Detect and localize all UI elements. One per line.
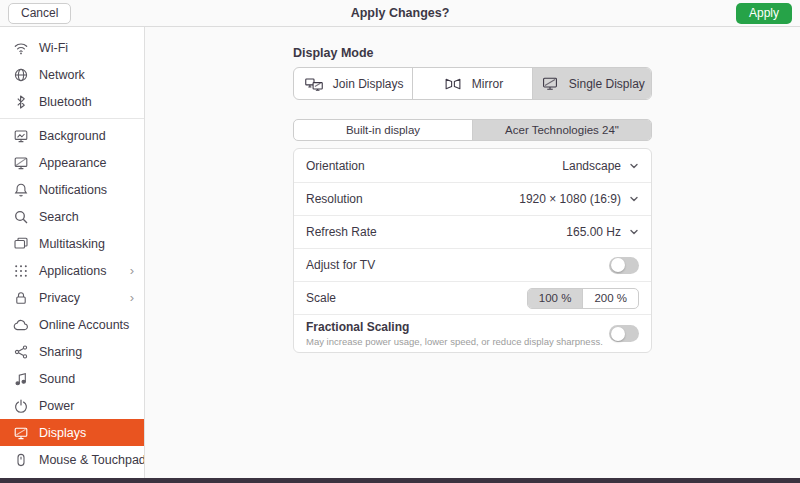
sidebar-item-label: Mouse & Touchpad: [39, 453, 145, 467]
sidebar-item-sound[interactable]: Sound: [0, 365, 144, 392]
sidebar-item-label: Multitasking: [39, 237, 134, 251]
sidebar-item-notifications[interactable]: Notifications: [0, 176, 144, 203]
tab-built-in-display[interactable]: Built-in display: [294, 120, 473, 140]
mode-option-label: Mirror: [472, 77, 503, 91]
mirror-button[interactable]: Mirror: [413, 68, 532, 99]
cancel-button[interactable]: Cancel: [8, 3, 71, 24]
orientation-value: Landscape: [562, 159, 621, 173]
sidebar-item-label: Network: [39, 68, 134, 82]
fractional-scaling-row: Fractional Scaling May increase power us…: [294, 314, 651, 352]
wifi-icon: [13, 40, 29, 56]
background-icon: [13, 128, 29, 144]
tab-acer-monitor[interactable]: Acer Technologies 24": [473, 120, 651, 140]
join-displays-button[interactable]: Join Displays: [294, 68, 413, 99]
settings-sidebar: Wi-Fi Network Bluetooth Background Appea…: [0, 27, 145, 478]
join-displays-icon: [303, 76, 325, 92]
single-display-button[interactable]: Single Display: [533, 68, 651, 99]
sidebar-item-label: Background: [39, 129, 134, 143]
sidebar-item-appearance[interactable]: Appearance: [0, 149, 144, 176]
chevron-down-icon: [629, 227, 639, 237]
refresh-rate-label: Refresh Rate: [306, 225, 377, 239]
sidebar-item-online-accounts[interactable]: Online Accounts: [0, 311, 144, 338]
adjust-for-tv-toggle[interactable]: [609, 257, 639, 274]
sidebar-item-label: Applications: [39, 264, 120, 278]
display-selector: Built-in display Acer Technologies 24": [293, 119, 652, 141]
sidebar-item-label: Sound: [39, 372, 134, 386]
resolution-label: Resolution: [306, 192, 363, 206]
scale-100-button[interactable]: 100 %: [528, 289, 584, 308]
apply-button[interactable]: Apply: [736, 3, 792, 24]
scale-row: Scale 100 % 200 %: [294, 281, 651, 314]
scale-200-button[interactable]: 200 %: [583, 289, 638, 308]
sidebar-item-label: Wi-Fi: [39, 41, 134, 55]
mode-option-label: Join Displays: [333, 77, 404, 91]
sidebar-item-label: Sharing: [39, 345, 134, 359]
sidebar-item-mouse-touchpad[interactable]: Mouse & Touchpad: [0, 446, 144, 473]
header-bar: Cancel Apply Changes? Apply: [0, 0, 800, 27]
resolution-row[interactable]: Resolution 1920 × 1080 (16:9): [294, 182, 651, 215]
sidebar-item-label: Search: [39, 210, 134, 224]
sidebar-item-sharing[interactable]: Sharing: [0, 338, 144, 365]
sidebar-divider: [0, 118, 144, 119]
display-options-card: Orientation Landscape Resolution 1920 × …: [293, 148, 652, 353]
sidebar-item-privacy[interactable]: Privacy ›: [0, 284, 144, 311]
sidebar-item-label: Privacy: [39, 291, 120, 305]
refresh-rate-row[interactable]: Refresh Rate 165.00 Hz: [294, 215, 651, 248]
sidebar-item-label: Online Accounts: [39, 318, 134, 332]
refresh-rate-value: 165.00 Hz: [566, 225, 621, 239]
search-icon: [13, 209, 29, 225]
power-icon: [13, 398, 29, 414]
sidebar-item-wifi[interactable]: Wi-Fi: [0, 34, 144, 61]
mirror-icon: [442, 76, 464, 92]
fractional-scaling-label: Fractional Scaling: [306, 320, 603, 334]
network-globe-icon: [13, 67, 29, 83]
scale-label: Scale: [306, 291, 336, 305]
display-mode-segmented: Join Displays Mirror Single Display: [293, 67, 652, 100]
bluetooth-icon: [13, 94, 29, 110]
mouse-icon: [13, 452, 29, 468]
fractional-scaling-description: May increase power usage, lower speed, o…: [306, 336, 603, 347]
sidebar-item-label: Bluetooth: [39, 95, 134, 109]
sidebar-item-network[interactable]: Network: [0, 61, 144, 88]
share-icon: [13, 344, 29, 360]
sidebar-item-search[interactable]: Search: [0, 203, 144, 230]
chevron-right-icon: ›: [130, 291, 134, 304]
scale-segmented: 100 % 200 %: [527, 288, 639, 309]
sidebar-item-label: Appearance: [39, 156, 134, 170]
appearance-icon: [13, 155, 29, 171]
applications-grid-icon: [13, 263, 29, 279]
sidebar-item-label: Displays: [39, 426, 134, 440]
display-settings-panel: Display Mode Join Displays Mirror Single…: [145, 27, 800, 478]
adjust-for-tv-label: Adjust for TV: [306, 258, 375, 272]
adjust-for-tv-row: Adjust for TV: [294, 248, 651, 281]
screen-bottom-edge: [0, 478, 800, 483]
sidebar-item-applications[interactable]: Applications ›: [0, 257, 144, 284]
chevron-down-icon: [629, 161, 639, 171]
sidebar-item-label: Notifications: [39, 183, 134, 197]
orientation-label: Orientation: [306, 159, 365, 173]
multitasking-icon: [13, 236, 29, 252]
notifications-bell-icon: [13, 182, 29, 198]
cloud-icon: [13, 317, 29, 333]
sidebar-item-multitasking[interactable]: Multitasking: [0, 230, 144, 257]
orientation-row[interactable]: Orientation Landscape: [294, 149, 651, 182]
sidebar-item-background[interactable]: Background: [0, 122, 144, 149]
chevron-down-icon: [629, 194, 639, 204]
sidebar-item-displays[interactable]: Displays: [0, 419, 144, 446]
toggle-knob: [611, 327, 625, 341]
sidebar-item-label: Power: [39, 399, 134, 413]
chevron-right-icon: ›: [130, 264, 134, 277]
toggle-knob: [611, 258, 625, 272]
mode-option-label: Single Display: [569, 77, 645, 91]
fractional-scaling-toggle[interactable]: [609, 325, 639, 342]
single-display-icon: [539, 76, 561, 92]
sound-note-icon: [13, 371, 29, 387]
sidebar-item-power[interactable]: Power: [0, 392, 144, 419]
page-title: Apply Changes?: [0, 6, 800, 20]
display-mode-heading: Display Mode: [293, 46, 652, 60]
displays-icon: [13, 425, 29, 441]
resolution-value: 1920 × 1080 (16:9): [519, 192, 621, 206]
sidebar-item-bluetooth[interactable]: Bluetooth: [0, 88, 144, 115]
privacy-lock-icon: [13, 290, 29, 306]
